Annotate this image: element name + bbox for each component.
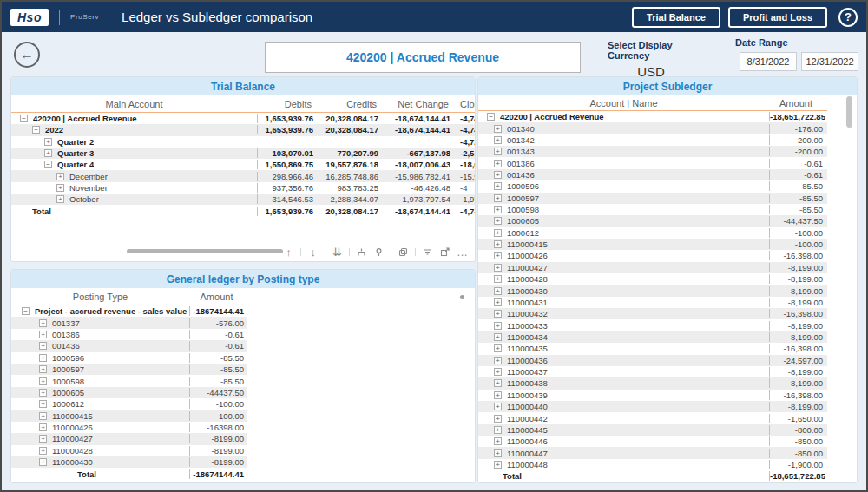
- filter-icon[interactable]: [422, 246, 433, 258]
- table-row[interactable]: +1000597-85.50: [478, 193, 827, 204]
- table-row[interactable]: +110000439-16,398.00: [478, 390, 827, 401]
- table-row[interactable]: +110000431-8,199.00: [478, 297, 827, 308]
- expand-icon[interactable]: +: [39, 377, 47, 385]
- collapse-icon[interactable]: −: [20, 115, 28, 122]
- expand-icon[interactable]: +: [494, 252, 502, 259]
- table-row[interactable]: +110000442-1,650.00: [478, 412, 827, 423]
- table-row[interactable]: +1000596-85.50: [478, 180, 827, 192]
- expand-icon[interactable]: +: [494, 403, 502, 410]
- table-row[interactable]: +110000427-8199.00: [11, 433, 247, 444]
- expand-icon[interactable]: +: [56, 195, 64, 203]
- account-selector[interactable]: 420200 | Accrued Revenue: [265, 42, 581, 73]
- expand-icon[interactable]: +: [494, 125, 502, 133]
- table-row[interactable]: +1000598-85.50: [478, 204, 827, 215]
- table-row[interactable]: +1000612-100.00: [11, 398, 247, 410]
- expand-icon[interactable]: +: [494, 275, 502, 283]
- table-row[interactable]: Total-18674144.41: [11, 468, 247, 479]
- expand-icon[interactable]: +: [494, 461, 502, 469]
- expand-icon[interactable]: +: [494, 310, 502, 318]
- expand-icon[interactable]: +: [39, 331, 47, 338]
- table-row[interactable]: −Quarter 41,550,869.7519,557,876.18-18,0…: [11, 159, 475, 170]
- table-row[interactable]: +1000605-44,437.50: [478, 215, 827, 226]
- expand-icon[interactable]: +: [494, 415, 502, 423]
- table-row[interactable]: +110000426-16,398.00: [478, 250, 827, 261]
- table-row[interactable]: +110000415-100.00: [478, 239, 827, 250]
- table-row[interactable]: +November937,356.76983,783.25-46,426.48-…: [11, 182, 475, 194]
- trial-balance-button[interactable]: Trial Balance: [632, 7, 720, 28]
- table-row[interactable]: +110000445-800.00: [478, 424, 827, 436]
- copy-icon[interactable]: [398, 246, 409, 258]
- table-row[interactable]: +001386-0.61: [478, 157, 827, 168]
- expand-icon[interactable]: +: [494, 379, 502, 387]
- table-row[interactable]: +001337-576.00: [11, 317, 247, 328]
- expand-icon[interactable]: +: [494, 264, 502, 272]
- expand-icon[interactable]: +: [39, 400, 47, 408]
- table-row[interactable]: −420200 | Accrued Revenue-18,651,722.85: [478, 111, 827, 122]
- table-row[interactable]: +1000612-100.00: [478, 227, 827, 239]
- table-row[interactable]: +001436-0.61: [478, 169, 827, 180]
- table-row[interactable]: +110000448-1,900.00: [478, 459, 827, 470]
- collapse-icon[interactable]: −: [44, 161, 52, 168]
- expand-icon[interactable]: +: [494, 368, 502, 376]
- expand-icon[interactable]: +: [494, 322, 502, 330]
- expand-icon[interactable]: +: [494, 148, 502, 155]
- table-row[interactable]: +1000597-85.50: [11, 364, 247, 375]
- expand-icon[interactable]: +: [39, 365, 47, 373]
- table-row[interactable]: +001343-200.00: [478, 146, 827, 157]
- table-row[interactable]: +110000428-8,199.00: [478, 273, 827, 285]
- vertical-scrollbar[interactable]: [846, 96, 852, 128]
- collapse-icon[interactable]: −: [22, 307, 30, 315]
- expand-icon[interactable]: +: [494, 194, 502, 202]
- expand-all-icon[interactable]: ⇊: [332, 246, 343, 258]
- table-row[interactable]: +110000440-8,199.00: [478, 401, 827, 412]
- table-row[interactable]: +Quarter 2-4,721,0: [11, 136, 475, 148]
- pin-icon[interactable]: [373, 246, 385, 258]
- expand-icon[interactable]: +: [494, 357, 502, 364]
- expand-icon[interactable]: +: [44, 138, 52, 146]
- table-row[interactable]: +110000426-16398.00: [11, 422, 247, 433]
- expand-icon[interactable]: +: [494, 426, 502, 434]
- table-row[interactable]: +110000432-16,398.00: [478, 308, 827, 319]
- table-row[interactable]: +110000438-8,199.00: [478, 377, 827, 389]
- date-from-input[interactable]: 8/31/2022: [740, 52, 797, 71]
- table-row[interactable]: +001436-0.61: [11, 340, 247, 351]
- table-row[interactable]: Total1,653,939.7620,328,084.17-18,674,14…: [11, 205, 475, 216]
- table-row[interactable]: +110000428-8199.00: [11, 445, 247, 456]
- table-row[interactable]: +110000415-100.00: [11, 410, 247, 422]
- expand-icon[interactable]: +: [494, 333, 502, 341]
- expand-icon[interactable]: +: [39, 458, 47, 466]
- table-row[interactable]: −20221,653,939.7620,328,084.17-18,674,14…: [11, 124, 475, 135]
- expand-icon[interactable]: +: [39, 319, 47, 327]
- expand-icon[interactable]: +: [56, 184, 64, 192]
- expand-icon[interactable]: +: [494, 298, 502, 306]
- expand-icon[interactable]: +: [494, 182, 502, 190]
- drill-up-icon[interactable]: ↑: [283, 246, 294, 258]
- next-level-icon[interactable]: [356, 246, 367, 258]
- table-row[interactable]: +October314,546.532,288,344.07-1,973,797…: [11, 194, 475, 205]
- table-row[interactable]: +001386-0.61: [11, 329, 247, 340]
- table-row[interactable]: −Project - accrued revenue - sales value…: [11, 305, 247, 317]
- profit-and-loss-button[interactable]: Profit and Loss: [728, 7, 827, 28]
- expand-icon[interactable]: +: [494, 171, 502, 179]
- expand-icon[interactable]: +: [494, 287, 502, 295]
- expand-icon[interactable]: +: [44, 149, 52, 157]
- expand-icon[interactable]: +: [39, 423, 47, 431]
- back-button[interactable]: ←: [14, 42, 40, 68]
- expand-icon[interactable]: +: [494, 344, 502, 352]
- collapse-icon[interactable]: −: [487, 113, 495, 121]
- table-row[interactable]: +110000433-8,199.00: [478, 319, 827, 331]
- horizontal-scrollbar[interactable]: [127, 249, 283, 253]
- expand-icon[interactable]: +: [39, 447, 47, 455]
- table-row[interactable]: +December298,966.4616,285,748.86-15,986,…: [11, 170, 475, 181]
- expand-icon[interactable]: +: [39, 412, 47, 420]
- expand-icon[interactable]: +: [494, 217, 502, 225]
- expand-icon[interactable]: +: [39, 389, 47, 397]
- expand-icon[interactable]: +: [494, 240, 502, 248]
- expand-icon[interactable]: +: [494, 206, 502, 213]
- expand-icon[interactable]: +: [39, 435, 47, 443]
- expand-icon[interactable]: +: [56, 173, 64, 180]
- table-row[interactable]: −420200 | Accrued Revenue1,653,939.7620,…: [11, 113, 475, 124]
- table-row[interactable]: +110000437-8,199.00: [478, 366, 827, 377]
- table-row[interactable]: +001340-176.00: [478, 122, 827, 134]
- table-row[interactable]: +110000430-8199.00: [11, 456, 247, 468]
